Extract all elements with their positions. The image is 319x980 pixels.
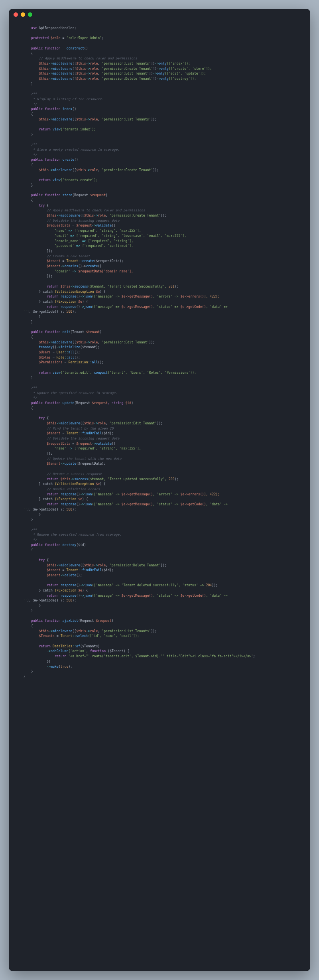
fn: domains [65,264,79,268]
fn: response [61,583,76,587]
pn: { [31,112,33,116]
fn: middleware [53,117,72,121]
code-area[interactable]: use ApiResponseHandler; protected $role … [9,20,310,695]
str: 'permission:Create Tenant' [102,67,153,71]
kw-use: use [31,26,37,30]
fn: middleware [53,71,72,75]
var: $this [39,67,49,71]
fn-update: update [63,401,75,405]
op: :: [65,350,69,354]
comment: /** [31,142,37,146]
str: 'permission:Edit Tenant' [102,71,149,75]
str: ($tenant, 'Tenant updated successfully', [88,477,169,481]
fn: json [84,492,92,496]
kw: return [55,654,67,658]
fn-create: create [63,158,75,162]
kw: } catch [39,290,53,294]
str: 'permission:Edit Tenant' [102,340,149,344]
kw: function [45,158,60,162]
pn: ($requestData); [94,259,123,263]
op: -> [86,61,90,65]
str: , 'status' => [153,502,180,506]
var: $e [96,290,100,294]
num: 500 [66,598,72,602]
pn: ([ [72,71,76,75]
fn: validate [96,442,111,446]
var: $this [76,629,86,633]
str: ('tenants.create'); [61,178,98,182]
kw: return [47,594,59,597]
op: -> [57,421,61,425]
kw: } catch [39,482,53,486]
str: , 'data' => [206,594,229,597]
pn: ($tenant); [80,345,100,349]
op: => [66,229,74,233]
var: $e->getCode() [180,305,206,309]
minimize-icon[interactable] [21,12,25,17]
fn: middleware [53,629,72,633]
fn: json [84,294,92,298]
op: -> [49,77,53,81]
fn: compact [94,371,108,375]
type: Tenant [66,259,78,263]
str: 'permission:List Tenants' [102,117,151,121]
str: 'role:Super Admin' [66,36,102,40]
close-icon[interactable] [14,12,18,17]
var: $this [47,563,57,567]
str: (['edit', 'update']); [165,71,206,75]
pn: ($Tenants) [80,644,100,648]
fn: json [84,305,92,309]
comment: // Validate the incoming request data [47,436,119,440]
pn: ([ [112,223,116,227]
kw: public [31,193,43,197]
kw: } catch [39,300,53,304]
kw: function [45,193,60,197]
fn: json [84,502,92,506]
fn: delete [65,573,77,577]
prop: role [98,421,106,425]
op: -> [49,117,53,121]
var: $requestData['domain_name'], [78,269,133,273]
kw: function [45,543,60,547]
fn: success [74,284,88,288]
type: Tenant [66,568,78,572]
fn: findOrFail [82,431,102,435]
var: $this [39,117,49,121]
fn: middleware [53,61,72,65]
zoom-icon[interactable] [28,12,32,17]
op: :: [72,644,76,648]
stage: use ApiResponseHandler; protected $role … [0,0,319,980]
fn: tenancy [39,345,53,349]
op: -> [86,77,90,81]
comment: /** [31,92,37,96]
pn: ); [68,665,72,668]
type: Tenant [61,634,73,638]
str: 'permission:List Tenants' [102,61,151,65]
type: (\Exception [55,588,78,592]
prop: role [90,340,98,344]
kw-protected: protected [31,36,49,40]
var: $tenant [47,259,61,263]
pn: ) { [100,290,106,294]
comment: * Display a listing of the resource. [31,97,104,101]
op: -> [153,71,157,75]
pn: { [47,416,49,420]
var: $request [76,223,92,227]
var: $Roles [39,355,51,359]
pn: } [39,603,41,607]
str: ('tenants.edit', [61,371,94,375]
pn: { [31,548,33,552]
op: -> [61,461,65,465]
op: -> [86,340,90,344]
var-role: $role [51,36,61,40]
op: :: [72,634,76,638]
op: -> [80,502,84,506]
str: , 'status' => [153,305,180,309]
editor-window: use ApiResponseHandler; protected $role … [9,9,310,971]
var: $this [39,629,49,633]
pn: { [31,198,33,202]
op: -> [155,61,159,65]
prop: role [98,213,106,217]
fn: middleware [53,340,72,344]
fn-index: index [63,107,73,111]
